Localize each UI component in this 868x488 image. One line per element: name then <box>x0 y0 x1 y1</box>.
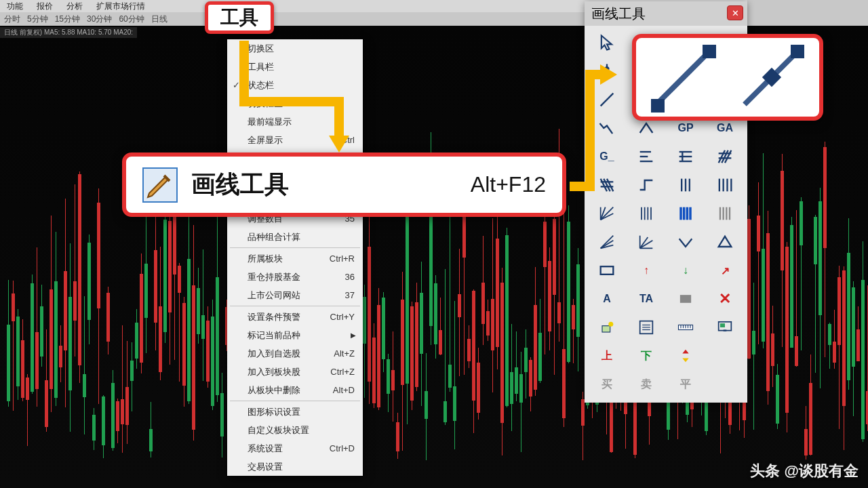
tf-daily[interactable]: 日线 <box>151 14 167 25</box>
menu-functions[interactable]: 功能 <box>0 0 30 12</box>
grid-skew-tool-icon[interactable] <box>705 142 745 171</box>
vlines-thin-tool-icon[interactable] <box>627 199 666 228</box>
close-icon[interactable]: ✕ <box>727 5 743 20</box>
text-ta-tool[interactable]: TA <box>627 285 666 313</box>
right-toolbar-strip <box>747 0 868 26</box>
menu-item[interactable]: 标记当前品种▶ <box>227 326 363 344</box>
menu-item[interactable]: 加入到自选股Alt+Z <box>227 344 363 363</box>
svg-rect-55 <box>680 295 691 303</box>
arrow-diag-red-icon[interactable]: ↗ <box>705 256 745 285</box>
menu-item[interactable]: 图形标识设置 <box>227 403 363 421</box>
flat-label-tool[interactable]: 平 <box>666 370 705 399</box>
menu-item[interactable]: 上市公司网站37 <box>227 286 363 304</box>
menu-item[interactable]: 品种组合计算 <box>227 228 363 246</box>
menu-analysis[interactable]: 分析 <box>60 0 90 12</box>
palette-title: 画线工具 ✕ <box>585 1 747 26</box>
tool-empty <box>705 370 745 399</box>
menu-item[interactable]: 从板块中删除Alt+D <box>227 381 363 399</box>
svg-line-53 <box>640 241 653 249</box>
svg-line-15 <box>722 150 728 163</box>
tf-60m[interactable]: 60分钟 <box>119 14 144 25</box>
tf-tick[interactable]: 分时 <box>4 14 20 25</box>
menu-item[interactable]: 重仓持股基金36 <box>227 268 363 286</box>
svg-rect-56 <box>602 326 610 332</box>
rectangle-tool-icon[interactable] <box>587 256 627 285</box>
vlines-blue-tool-icon[interactable] <box>666 199 705 228</box>
line-endpoint-tool-icon[interactable] <box>731 43 812 111</box>
menu-item[interactable]: 所属板块Ctrl+R <box>227 249 363 268</box>
svg-rect-72 <box>651 99 665 113</box>
sell-label-tool[interactable]: 卖 <box>627 370 666 399</box>
delete-x-tool-icon[interactable]: ✕ <box>705 285 745 313</box>
tf-5m[interactable]: 5分钟 <box>27 14 48 25</box>
text-a-tool[interactable]: A <box>587 285 627 313</box>
svg-line-16 <box>725 150 731 163</box>
tf-30m[interactable]: 30分钟 <box>87 14 112 25</box>
draw-tool-menu-item-highlight[interactable]: 画线工具 Alt+F12 <box>122 152 566 217</box>
menu-item[interactable]: 自定义板块设置 <box>227 421 363 439</box>
arrow-up-red-icon[interactable]: ↑ <box>627 256 666 285</box>
ruler-tool-icon[interactable] <box>666 313 705 342</box>
arrow-down-green-icon[interactable]: ↓ <box>666 256 705 285</box>
svg-line-52 <box>640 237 648 248</box>
svg-line-14 <box>719 150 725 163</box>
svg-rect-54 <box>601 266 614 274</box>
step-tool-icon[interactable] <box>627 171 666 199</box>
svg-rect-73 <box>703 45 716 58</box>
draw-tool-label: 画线工具 <box>191 168 471 201</box>
menu-item[interactable]: 交易设置 <box>227 458 363 476</box>
line-segment-tool-icon[interactable] <box>643 43 724 111</box>
tf-15m[interactable]: 15分钟 <box>55 14 80 25</box>
vlines-grey-tool-icon[interactable] <box>705 199 745 228</box>
svg-point-57 <box>608 322 613 327</box>
menu-item[interactable]: 系统设置Ctrl+D <box>227 439 363 458</box>
ma-indicator-text: 日线 前复权) MA5: 5.88 MA10: 5.70 MA20: <box>0 27 137 38</box>
svg-rect-76 <box>791 45 804 58</box>
fan-lines-tool-icon[interactable] <box>587 228 627 256</box>
vlines4-tool-icon[interactable] <box>705 171 745 199</box>
draw-tool-shortcut: Alt+F12 <box>471 172 546 197</box>
menu-quotes[interactable]: 报价 <box>30 0 60 12</box>
fan-chart-tool-icon[interactable] <box>627 228 666 256</box>
up-label-tool[interactable]: 上 <box>587 342 627 370</box>
menu-item[interactable]: 加入到板块股Ctrl+Z <box>227 363 363 381</box>
annotation-arrow-2 <box>563 54 624 206</box>
down-arrow-wide-icon[interactable] <box>666 228 705 256</box>
triangle-tool-icon[interactable] <box>705 228 745 256</box>
hbars-left-tool-icon[interactable] <box>627 142 666 171</box>
buy-label-tool[interactable]: 买 <box>587 370 627 399</box>
pencil-icon <box>142 167 178 203</box>
tool-empty <box>705 342 745 370</box>
fill-rect-tool-icon[interactable] <box>666 285 705 313</box>
tools-menu-button-highlight[interactable]: 工具 <box>205 1 274 34</box>
down-label-tool[interactable]: 下 <box>627 342 666 370</box>
watermark-text: 头条 @谈股有金 <box>750 461 859 481</box>
list-lines-tool-icon[interactable] <box>627 313 666 342</box>
double-arrow-tool-icon[interactable] <box>666 342 705 370</box>
cursor-tool-icon[interactable] <box>587 28 627 57</box>
svg-rect-69 <box>720 323 725 327</box>
vlines3-tool-icon[interactable] <box>666 171 705 199</box>
menu-item[interactable]: 设置条件预警Ctrl+Y <box>227 308 363 326</box>
line-tools-highlight <box>632 34 823 121</box>
t-lines-tool-icon[interactable] <box>666 142 705 171</box>
monitor-tool-icon[interactable] <box>705 313 745 342</box>
submenu-arrow-icon: ▶ <box>351 331 356 339</box>
menu-ext-market[interactable]: 扩展市场行情 <box>90 0 152 12</box>
color-node-tool-icon[interactable] <box>587 313 627 342</box>
annotation-arrow-1 <box>231 34 353 159</box>
